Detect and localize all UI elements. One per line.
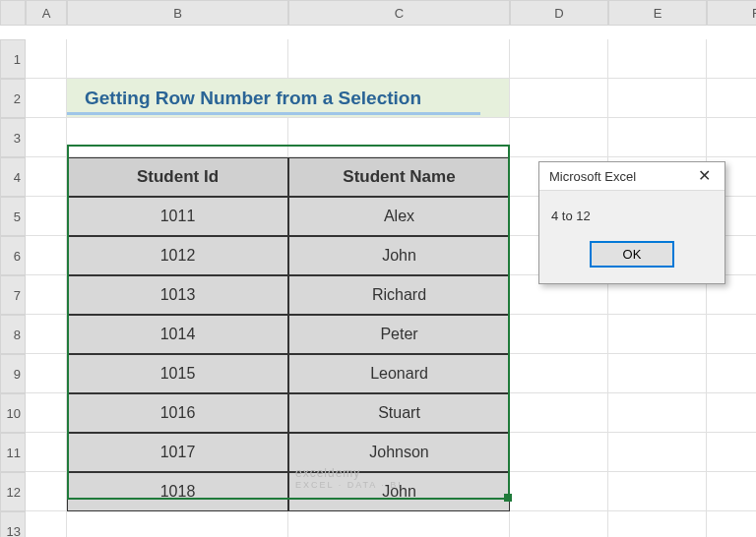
cell[interactable] <box>608 354 707 393</box>
cell[interactable] <box>510 433 608 472</box>
table-cell[interactable]: Johnson <box>288 433 510 472</box>
cell[interactable] <box>707 39 756 79</box>
cell[interactable] <box>288 511 510 537</box>
row-header[interactable]: 3 <box>0 118 26 157</box>
table-cell[interactable]: 1013 <box>67 275 288 315</box>
cell[interactable] <box>26 275 67 315</box>
row-header[interactable]: 12 <box>0 472 26 511</box>
cell[interactable] <box>67 39 288 79</box>
cell[interactable] <box>26 39 67 79</box>
table-cell[interactable]: Stuart <box>288 393 510 433</box>
table-cell[interactable]: 1018 <box>67 472 288 511</box>
cell[interactable] <box>707 354 756 393</box>
cell[interactable] <box>608 39 707 79</box>
column-header[interactable]: B <box>67 0 288 26</box>
row-header[interactable]: 6 <box>0 236 26 275</box>
table-cell[interactable]: 1016 <box>67 393 288 433</box>
row-header[interactable]: 7 <box>0 275 26 315</box>
msgbox-title-text: Microsoft Excel <box>549 169 636 184</box>
cell[interactable] <box>707 511 756 537</box>
cell[interactable] <box>26 315 67 354</box>
cell[interactable] <box>707 79 756 118</box>
table-cell[interactable]: 1012 <box>67 236 288 275</box>
cell[interactable] <box>608 433 707 472</box>
cell[interactable] <box>26 236 67 275</box>
row-header[interactable]: 1 <box>0 39 26 79</box>
cell[interactable] <box>510 393 608 433</box>
row-header[interactable]: 10 <box>0 393 26 433</box>
cell[interactable] <box>26 472 67 511</box>
cell[interactable] <box>707 393 756 433</box>
table-cell[interactable]: Alex <box>288 197 510 236</box>
cell[interactable] <box>510 118 608 157</box>
column-header[interactable]: D <box>510 0 608 26</box>
cell[interactable] <box>26 79 67 118</box>
table-header[interactable]: Student Id <box>67 157 288 197</box>
cell[interactable] <box>26 354 67 393</box>
cell[interactable] <box>608 511 707 537</box>
cell[interactable] <box>510 354 608 393</box>
cell[interactable] <box>510 39 608 79</box>
page-title: Getting Row Number from a Selection <box>67 79 510 118</box>
msgbox-body-text: 4 to 12 <box>539 191 724 233</box>
close-icon[interactable]: ✕ <box>692 168 717 184</box>
table-cell[interactable]: 1014 <box>67 315 288 354</box>
row-header[interactable]: 13 <box>0 511 26 537</box>
cell[interactable] <box>288 39 510 79</box>
column-header[interactable]: E <box>608 0 707 26</box>
cell[interactable] <box>26 197 67 236</box>
ok-button[interactable]: OK <box>590 241 675 268</box>
table-header[interactable]: Student Name <box>288 157 510 197</box>
cell[interactable] <box>26 393 67 433</box>
cell[interactable] <box>707 315 756 354</box>
table-cell[interactable]: 1015 <box>67 354 288 393</box>
column-header[interactable]: F <box>707 0 756 26</box>
cell[interactable] <box>608 393 707 433</box>
cell[interactable] <box>608 472 707 511</box>
cell[interactable] <box>288 118 510 157</box>
cell[interactable] <box>707 118 756 157</box>
cell[interactable] <box>26 511 67 537</box>
cell[interactable] <box>26 433 67 472</box>
table-cell[interactable]: Peter <box>288 315 510 354</box>
table-cell[interactable]: Richard <box>288 275 510 315</box>
table-cell[interactable]: John <box>288 472 510 511</box>
row-header[interactable]: 9 <box>0 354 26 393</box>
row-header[interactable]: 4 <box>0 157 26 197</box>
table-cell[interactable]: John <box>288 236 510 275</box>
cell[interactable] <box>26 118 67 157</box>
cell[interactable] <box>608 118 707 157</box>
row-header[interactable]: 5 <box>0 197 26 236</box>
cell[interactable] <box>67 118 288 157</box>
cell[interactable] <box>707 433 756 472</box>
select-all-cell[interactable] <box>0 0 26 26</box>
cell[interactable] <box>510 315 608 354</box>
table-cell[interactable]: 1011 <box>67 197 288 236</box>
cell[interactable] <box>608 315 707 354</box>
table-cell[interactable]: Leonard <box>288 354 510 393</box>
cell[interactable] <box>26 157 67 197</box>
column-header[interactable]: C <box>288 0 510 26</box>
cell[interactable] <box>510 472 608 511</box>
message-box: Microsoft Excel ✕ 4 to 12 OK <box>538 161 725 284</box>
row-header[interactable]: 8 <box>0 315 26 354</box>
column-header[interactable]: A <box>26 0 67 26</box>
cell[interactable] <box>510 79 608 118</box>
cell[interactable] <box>67 511 288 537</box>
cell[interactable] <box>608 79 707 118</box>
cell[interactable] <box>510 511 608 537</box>
row-header[interactable]: 2 <box>0 79 26 118</box>
row-header[interactable]: 11 <box>0 433 26 472</box>
table-cell[interactable]: 1017 <box>67 433 288 472</box>
cell[interactable] <box>707 472 756 511</box>
